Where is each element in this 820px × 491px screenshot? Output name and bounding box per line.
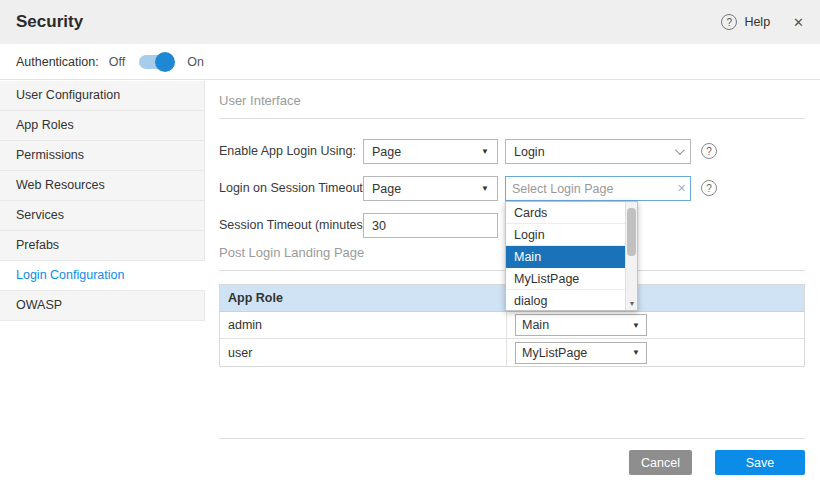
scrollbar-thumb[interactable] xyxy=(627,208,636,256)
titlebar: Security ? Help ✕ xyxy=(0,0,820,44)
session-timeout-input[interactable] xyxy=(363,213,498,238)
dropdown-option-login[interactable]: Login xyxy=(506,224,625,246)
select-caret-icon: ▼ xyxy=(481,184,489,193)
login-on-timeout-mode-select[interactable]: Page ▼ xyxy=(363,176,498,201)
sidebar-item-login-configuration[interactable]: Login Configuration xyxy=(0,261,205,291)
enable-app-login-mode-select[interactable]: Page ▼ xyxy=(363,139,498,164)
titlebar-actions: ? Help ✕ xyxy=(721,14,804,30)
page-title: Security xyxy=(16,12,83,32)
login-page-search-input[interactable] xyxy=(512,182,673,196)
dropdown-option-dialog[interactable]: dialog xyxy=(506,290,625,311)
sidebar-item-owasp[interactable]: OWASP xyxy=(0,291,205,321)
help-icon[interactable]: ? xyxy=(721,14,737,30)
chevron-down-icon xyxy=(675,145,685,155)
enable-app-login-page-select[interactable]: Login xyxy=(505,139,691,164)
sidebar-item-prefabs[interactable]: Prefabs xyxy=(0,231,205,261)
clear-icon[interactable]: ✕ xyxy=(673,182,686,195)
authentication-toggle[interactable] xyxy=(139,55,173,69)
sidebar-item-app-roles[interactable]: App Roles xyxy=(0,111,205,141)
table-row: user MyListPage ▼ xyxy=(220,339,804,366)
toggle-off-label: Off xyxy=(109,55,125,69)
table-row: admin Main ▼ xyxy=(220,312,804,339)
select-caret-icon: ▼ xyxy=(632,321,640,330)
section-user-interface: User Interface xyxy=(219,93,805,119)
login-on-timeout-help-icon[interactable]: ? xyxy=(701,180,717,196)
sidebar-item-permissions[interactable]: Permissions xyxy=(0,141,205,171)
app-role-column-header: App Role xyxy=(220,285,506,311)
dropdown-option-mylistpage[interactable]: MyListPage xyxy=(506,268,625,290)
session-timeout-label: Session Timeout (minutes): xyxy=(219,213,370,238)
sidebar-item-services[interactable]: Services xyxy=(0,201,205,231)
dropdown-option-main[interactable]: Main xyxy=(506,246,625,268)
sidebar-item-user-configuration[interactable]: User Configuration xyxy=(0,81,205,111)
login-configuration-panel: User Interface Enable App Login Using: P… xyxy=(205,81,820,491)
admin-landing-page-select[interactable]: Main ▼ xyxy=(515,314,647,336)
sidebar-item-web-resources[interactable]: Web Resources xyxy=(0,171,205,201)
close-icon[interactable]: ✕ xyxy=(793,15,804,30)
login-page-dropdown: Cards Login Main MyListPage dialog ▼ xyxy=(505,201,638,311)
select-caret-icon: ▼ xyxy=(632,348,640,357)
select-caret-icon: ▼ xyxy=(481,147,489,156)
footer-divider xyxy=(219,438,805,439)
toggle-knob xyxy=(155,52,175,72)
authentication-row: Authentication: Off On xyxy=(0,44,820,80)
enable-app-login-help-icon[interactable]: ? xyxy=(701,143,717,159)
login-page-search-box: ✕ xyxy=(505,176,691,201)
role-cell: admin xyxy=(220,312,506,338)
dropdown-option-cards[interactable]: Cards xyxy=(506,202,625,224)
enable-app-login-label: Enable App Login Using: xyxy=(219,139,356,164)
security-dialog: Security ? Help ✕ Authentication: Off On… xyxy=(0,0,820,491)
landing-page-cell: MyListPage ▼ xyxy=(506,339,804,366)
dropdown-options: Cards Login Main MyListPage dialog xyxy=(506,202,625,311)
toggle-on-label: On xyxy=(187,55,204,69)
login-on-timeout-label: Login on Session Timeout: xyxy=(219,176,366,201)
role-cell: user xyxy=(220,339,506,366)
sidebar: User Configuration App Roles Permissions… xyxy=(0,81,205,321)
authentication-label: Authentication: xyxy=(16,55,99,69)
cancel-button[interactable]: Cancel xyxy=(629,450,692,475)
dropdown-scrollbar[interactable]: ▼ xyxy=(625,202,637,310)
help-link[interactable]: Help xyxy=(744,15,770,29)
scroll-down-arrow-icon[interactable]: ▼ xyxy=(626,298,638,310)
user-landing-page-select[interactable]: MyListPage ▼ xyxy=(515,342,647,364)
landing-page-cell: Main ▼ xyxy=(506,312,804,338)
save-button[interactable]: Save xyxy=(715,450,805,475)
